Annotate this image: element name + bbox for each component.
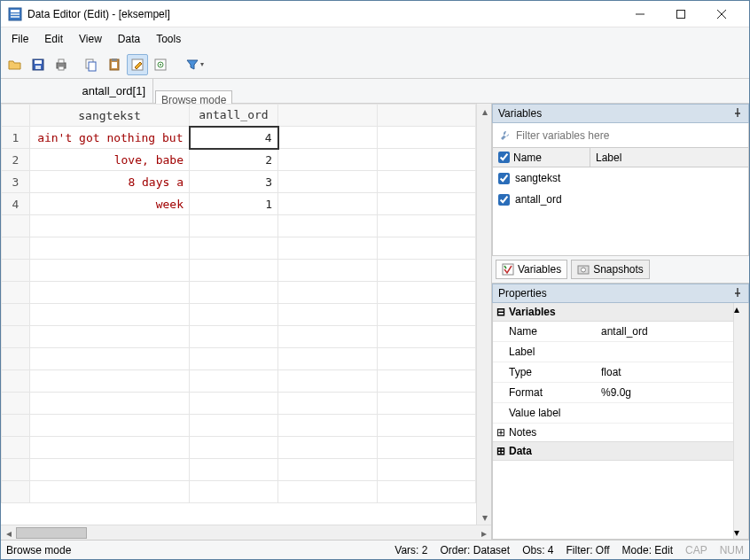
svg-rect-5 — [677, 10, 685, 18]
paste-icon[interactable] — [104, 54, 125, 75]
section-notes[interactable]: ⊞Notes — [493, 424, 733, 442]
svg-rect-13 — [59, 66, 64, 70]
data-row: 1 ain't got nothing but 4 — [2, 127, 476, 149]
scroll-up-icon[interactable]: ▴ — [734, 303, 748, 315]
menu-view[interactable]: View — [72, 29, 109, 49]
menu-data[interactable]: Data — [111, 29, 147, 49]
variables-tab-icon — [502, 263, 514, 276]
svg-rect-10 — [35, 66, 41, 69]
svg-rect-3 — [11, 16, 20, 18]
cell-reference[interactable]: antall_ord[1] — [1, 79, 153, 103]
toolbar: ▾ — [1, 51, 749, 79]
var-checkbox[interactable] — [498, 194, 510, 206]
scroll-down-icon[interactable]: ▾ — [477, 509, 491, 525]
pin-icon[interactable] — [732, 287, 745, 299]
svg-rect-9 — [35, 60, 42, 64]
data-grid[interactable]: sangtekst antall_ord 1 ain't got nothing… — [1, 104, 476, 525]
formula-bar: antall_ord[1] Browse mode — [1, 79, 749, 104]
filter-input[interactable] — [516, 129, 743, 142]
svg-rect-23 — [503, 264, 513, 275]
data-row: 2 love, babe 2 — [2, 149, 476, 171]
properties-panel-header: Properties — [492, 284, 749, 303]
svg-rect-18 — [112, 62, 117, 68]
close-button[interactable] — [701, 1, 742, 27]
variables-panel: Variables Name Label sangtekst antall_or… — [492, 104, 749, 284]
status-order: Order: Dataset — [440, 544, 510, 556]
minimize-button[interactable] — [620, 1, 660, 27]
svg-rect-15 — [89, 62, 96, 71]
maximize-button[interactable] — [660, 1, 701, 27]
expand-icon[interactable]: ⊞ — [496, 445, 505, 457]
titlebar: Data Editor (Edit) - [eksempel] — [1, 1, 749, 27]
grid-pane: sangtekst antall_ord 1 ain't got nothing… — [1, 104, 492, 540]
app-icon — [8, 7, 22, 21]
open-icon[interactable] — [4, 54, 26, 75]
menu-file[interactable]: File — [4, 29, 35, 49]
properties-title: Properties — [498, 287, 547, 299]
header-rownum[interactable] — [2, 105, 30, 127]
scroll-left-icon[interactable]: ◂ — [1, 525, 16, 540]
variables-title: Variables — [498, 107, 542, 120]
var-checkbox[interactable] — [498, 173, 510, 184]
statusbar: Browse mode Vars: 2 Order: Dataset Obs: … — [1, 540, 749, 559]
vars-col-label[interactable]: Label — [590, 152, 748, 164]
pin-icon[interactable] — [732, 107, 745, 120]
vars-col-name[interactable]: Name — [493, 148, 590, 167]
svg-point-25 — [582, 268, 586, 272]
status-cap: CAP — [685, 544, 707, 556]
prop-format[interactable]: Format%9.0g — [493, 383, 733, 403]
status-mode: Mode: Edit — [622, 544, 673, 556]
browse-mode-icon[interactable] — [150, 54, 171, 75]
prop-label[interactable]: Label — [493, 342, 733, 362]
tab-variables[interactable]: Variables — [496, 260, 567, 279]
snapshots-tab-icon — [577, 263, 590, 276]
selected-cell[interactable]: 4 — [190, 127, 278, 149]
collapse-icon[interactable]: ⊟ — [496, 306, 505, 318]
variables-filter[interactable] — [492, 123, 749, 148]
header-antall-ord[interactable]: antall_ord — [190, 105, 278, 127]
status-filter: Filter: Off — [566, 544, 609, 556]
variable-row[interactable]: sangtekst — [493, 167, 748, 189]
properties-panel: Properties ⊟Variables Nameantall_ord Lab… — [492, 284, 749, 540]
prop-name[interactable]: Nameantall_ord — [493, 322, 733, 342]
properties-scrollbar[interactable]: ▴ ▾ — [733, 303, 748, 539]
menubar: File Edit View Data Tools — [1, 27, 749, 51]
menu-edit[interactable]: Edit — [37, 29, 70, 49]
properties-table: ⊟Variables Nameantall_ord Label Typefloa… — [493, 303, 733, 539]
section-variables[interactable]: ⊟Variables — [493, 303, 733, 322]
status-vars: Vars: 2 — [395, 544, 427, 556]
scroll-up-icon[interactable]: ▴ — [477, 104, 491, 119]
header-sangtekst[interactable]: sangtekst — [30, 105, 190, 127]
header-empty-1 — [278, 105, 378, 127]
svg-rect-12 — [59, 59, 64, 63]
prop-type[interactable]: Typefloat — [493, 362, 733, 383]
variable-row[interactable]: antall_ord — [493, 189, 748, 210]
edit-mode-icon[interactable] — [127, 54, 148, 75]
tab-snapshots[interactable]: Snapshots — [571, 260, 650, 279]
svg-rect-2 — [11, 13, 20, 15]
grid-horizontal-scrollbar[interactable]: ◂ ▸ — [1, 525, 491, 540]
section-data[interactable]: ⊞Data — [493, 442, 733, 461]
menu-tools[interactable]: Tools — [149, 29, 188, 49]
expand-icon[interactable]: ⊞ — [496, 426, 505, 439]
grid-vertical-scrollbar[interactable]: ▴ ▾ — [476, 104, 491, 525]
variables-panel-header: Variables — [492, 104, 749, 123]
data-row: 3 8 days a 3 — [2, 171, 476, 193]
filter-icon[interactable]: ▾ — [180, 54, 208, 75]
select-all-checkbox[interactable] — [498, 152, 510, 163]
wrench-icon[interactable] — [498, 129, 511, 142]
print-icon[interactable] — [51, 54, 72, 75]
svg-point-22 — [160, 64, 161, 66]
save-icon[interactable] — [27, 54, 49, 75]
status-mode-left: Browse mode — [6, 544, 71, 556]
status-obs: Obs: 4 — [522, 544, 553, 556]
header-empty-2 — [377, 105, 476, 127]
status-num: NUM — [720, 544, 744, 556]
copy-icon[interactable] — [81, 54, 102, 75]
scroll-right-icon[interactable]: ▸ — [476, 525, 491, 540]
svg-rect-17 — [112, 58, 117, 61]
variables-list: sangtekst antall_ord — [492, 167, 749, 256]
window-title: Data Editor (Edit) - [eksempel] — [27, 8, 620, 20]
prop-value-label[interactable]: Value label — [493, 403, 733, 424]
scroll-down-icon[interactable]: ▾ — [734, 526, 748, 539]
